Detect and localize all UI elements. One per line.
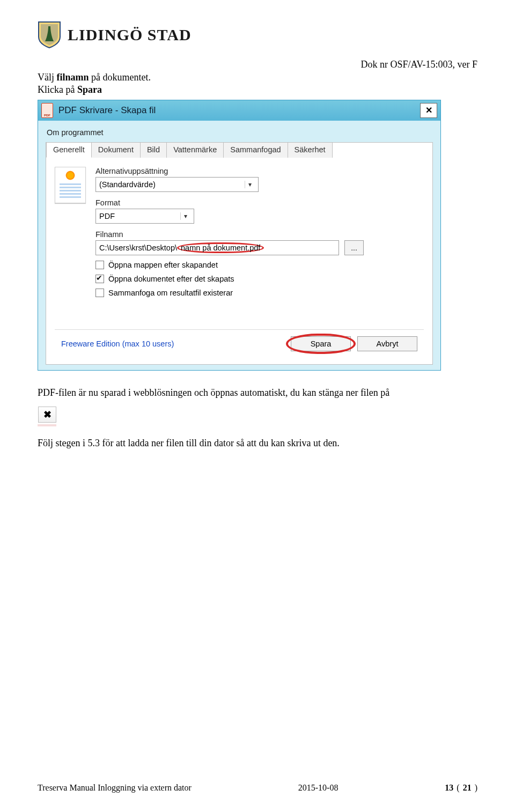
select-format[interactable]: PDF ▾ (95, 209, 194, 224)
pdf-writer-dialog: PDF Skrivare - Skapa fil ✕ Om programmet… (38, 100, 441, 371)
label-altset: Alternativuppsättning (95, 167, 424, 175)
tab-sammanfogad[interactable]: Sammanfogad (223, 142, 288, 158)
footer-page-current: 13 (445, 783, 453, 793)
select-format-value: PDF (99, 212, 115, 220)
dialog-body: Om programmet Generellt Dokument Bild Va… (38, 121, 440, 370)
cancel-button[interactable]: Avbryt (357, 336, 417, 351)
select-altset[interactable]: (Standardvärde) ▾ (95, 177, 259, 192)
paragraph-after-1: PDF-filen är nu sparad i webblösningen o… (38, 387, 477, 399)
checkbox-label: Öppna mappen efter skapandet (108, 261, 218, 269)
filename-highlight: namn på dokument.pdf (177, 242, 264, 254)
footer-page-total: 21 (463, 783, 472, 793)
footer-paren-close: ) (475, 783, 477, 793)
filename-path-prefix: C:\Users\krst\Desktop\ (99, 243, 177, 252)
text: på dokumentet. (89, 72, 151, 83)
page-footer: Treserva Manual Inloggning via extern da… (38, 783, 477, 793)
text-bold: filnamn (57, 72, 89, 83)
page-header: LIDINGÖ STAD (38, 16, 477, 54)
dialog-footer: Freeware Edition (max 10 users) Spara Av… (55, 329, 424, 357)
tab-vattenmarke[interactable]: Vattenmärke (166, 142, 224, 158)
browse-button[interactable]: ... (344, 240, 364, 255)
freeware-label: Freeware Edition (max 10 users) (61, 339, 174, 348)
instruction-line-2: Klicka på Spara (38, 84, 477, 96)
dialog-title: PDF Skrivare - Skapa fil (58, 105, 156, 116)
tab-dokument[interactable]: Dokument (91, 142, 141, 158)
text: Välj (38, 72, 57, 83)
menu-about[interactable]: Om programmet (46, 126, 433, 142)
brand-name: LIDINGÖ STAD (68, 26, 192, 44)
checkbox-label: Öppna dokumentet efter det skapats (108, 275, 234, 283)
logo-shield-icon (38, 21, 61, 49)
checkbox-merge[interactable]: Sammanfoga om resultatfil existerar (95, 289, 424, 297)
paragraph-after-2: Följ stegen i 5.3 för att ladda ner file… (38, 437, 477, 449)
label-format: Format (95, 198, 424, 207)
close-hint-icon-wrap: ✖ (38, 403, 56, 426)
filename-input[interactable]: C:\Users\krst\Desktop\namn på dokument.p… (95, 240, 339, 255)
tab-strip: Generellt Dokument Bild Vattenmärke Samm… (46, 142, 432, 158)
close-icon: ✖ (38, 407, 56, 423)
close-icon-stripe (38, 424, 56, 426)
document-thumbnail-icon (55, 167, 86, 203)
chevron-down-icon: ▾ (180, 212, 190, 220)
checkbox-label: Sammanfoga om resultatfil existerar (108, 289, 233, 297)
chevron-down-icon: ▾ (245, 181, 255, 188)
text-bold: Spara (77, 84, 102, 95)
save-button[interactable]: Spara (291, 336, 351, 351)
tab-panel-generellt: Alternativuppsättning (Standardvärde) ▾ … (46, 157, 432, 364)
footer-paren-open: ( (457, 783, 459, 793)
text: Klicka på (38, 84, 77, 95)
checkbox-icon (95, 261, 104, 269)
footer-title: Treserva Manual Inloggning via extern da… (38, 783, 192, 793)
dialog-close-button[interactable]: ✕ (420, 103, 437, 118)
checkbox-open-document[interactable]: Öppna dokumentet efter det skapats (95, 275, 424, 283)
footer-page: 13 (21) (445, 783, 477, 793)
document-reference: Dok nr OSF/AV-15:003, ver F (38, 59, 477, 70)
checkbox-icon (95, 289, 104, 297)
dialog-titlebar: PDF Skrivare - Skapa fil ✕ (38, 100, 440, 121)
tab-bild[interactable]: Bild (140, 142, 167, 158)
label-filename: Filnamn (95, 230, 424, 239)
select-altset-value: (Standardvärde) (99, 180, 156, 189)
checkbox-open-folder[interactable]: Öppna mappen efter skapandet (95, 261, 424, 269)
tab-generellt[interactable]: Generellt (46, 142, 92, 158)
pdf-icon (41, 103, 53, 118)
checkbox-icon (95, 275, 104, 283)
tab-container: Generellt Dokument Bild Vattenmärke Samm… (46, 142, 433, 365)
footer-date: 2015-10-08 (298, 783, 339, 793)
instruction-line-1: Välj filnamn på dokumentet. (38, 71, 477, 84)
tab-sakerhet[interactable]: Säkerhet (288, 142, 333, 158)
